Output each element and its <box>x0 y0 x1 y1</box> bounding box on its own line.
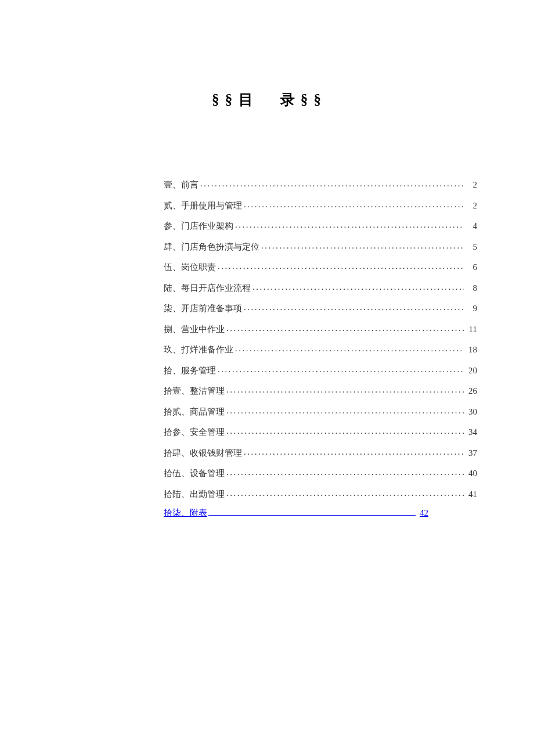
toc-label: 捌、营业中作业 <box>164 325 225 334</box>
toc-leader-dots <box>226 385 464 394</box>
toc-page-number: 20 <box>466 366 477 375</box>
toc-page-number: 2 <box>466 201 477 210</box>
table-of-contents: 壹、前言 2 贰、手册使用与管理 2 参、门店作业架构 4 肆、门店角色扮演与定… <box>164 179 477 528</box>
toc-entry: 壹、前言 2 <box>164 179 477 189</box>
toc-entry: 肆、门店角色扮演与定位 5 <box>164 241 477 251</box>
toc-page-number: 5 <box>466 243 477 251</box>
toc-leader-dots <box>244 303 464 311</box>
toc-entry: 拾参、安全管理 34 <box>164 426 477 437</box>
toc-entry: 贰、手册使用与管理 2 <box>164 200 477 210</box>
toc-entry: 拾壹、整洁管理 26 <box>164 385 477 395</box>
toc-leader-dots <box>226 467 464 476</box>
toc-leader-dots <box>226 426 464 435</box>
toc-page-number: 37 <box>466 449 477 458</box>
toc-entry: 玖、打烊准备作业 18 <box>164 344 477 354</box>
toc-page-number: 2 <box>466 181 477 189</box>
toc-page-number: 26 <box>466 387 477 395</box>
toc-page-number: 6 <box>466 263 477 272</box>
toc-entry: 柒、开店前准备事项 9 <box>164 303 477 313</box>
toc-label: 拾参、安全管理 <box>164 428 225 437</box>
toc-page-number: 8 <box>466 284 477 293</box>
toc-label: 拾伍、设备管理 <box>164 469 225 478</box>
title-part1: 目 <box>239 92 254 107</box>
toc-label: 拾肆、收银钱财管理 <box>164 449 242 458</box>
toc-leader-dots <box>252 282 464 291</box>
toc-label: 壹、前言 <box>164 181 199 189</box>
toc-label: 拾壹、整洁管理 <box>164 387 225 395</box>
toc-leader-dots <box>244 200 464 208</box>
toc-page-number: 34 <box>466 428 477 437</box>
toc-page-number: 30 <box>466 408 477 416</box>
toc-page-number: 40 <box>466 469 477 478</box>
toc-entry: 伍、岗位职责 6 <box>164 261 477 272</box>
toc-entry: 捌、营业中作业 11 <box>164 323 477 334</box>
toc-label: 拾贰、商品管理 <box>164 408 225 416</box>
toc-label: 伍、岗位职责 <box>164 263 216 272</box>
toc-leader-dots <box>235 344 464 352</box>
toc-leader-dots <box>261 241 464 250</box>
toc-leader-dots <box>218 261 464 270</box>
page-title: § § 目录 § § <box>0 0 534 109</box>
title-suffix: § § <box>301 92 322 107</box>
toc-entry: 拾肆、收银钱财管理 37 <box>164 447 477 458</box>
toc-page-number: 9 <box>466 304 477 313</box>
toc-label: 玖、打烊准备作业 <box>164 345 233 354</box>
toc-label: 拾、服务管理 <box>164 366 216 375</box>
toc-page-number: 42 <box>417 509 428 517</box>
title-prefix: § § <box>212 92 233 107</box>
toc-label: 拾陆、出勤管理 <box>164 490 225 499</box>
toc-entry: 拾伍、设备管理 40 <box>164 467 477 478</box>
toc-page-number: 18 <box>466 345 477 354</box>
toc-entry: 拾、服务管理 20 <box>164 365 477 375</box>
toc-label: 参、门店作业架构 <box>164 222 233 231</box>
toc-leader-dots <box>226 323 464 332</box>
toc-label: 肆、门店角色扮演与定位 <box>164 243 259 251</box>
toc-entry: 陆、每日开店作业流程 8 <box>164 282 477 293</box>
toc-entry-link[interactable]: 拾柒、附表 42 <box>164 509 428 517</box>
toc-entry: 拾贰、商品管理 30 <box>164 406 477 416</box>
toc-label: 陆、每日开店作业流程 <box>164 284 251 293</box>
title-part2: 录 <box>280 92 296 107</box>
toc-label: 柒、开店前准备事项 <box>164 304 242 313</box>
toc-leader-dots <box>200 179 464 188</box>
toc-label: 拾柒、附表 <box>164 509 207 517</box>
toc-leader-dots <box>226 488 464 497</box>
toc-leader-dots <box>235 220 464 229</box>
toc-label: 贰、手册使用与管理 <box>164 201 242 210</box>
toc-entry: 拾陆、出勤管理 41 <box>164 488 477 499</box>
toc-leader-dots <box>244 447 464 456</box>
toc-page-number: 4 <box>466 222 477 231</box>
toc-page-number: 11 <box>466 325 477 334</box>
toc-leader-dots <box>226 406 464 415</box>
toc-link-underline <box>208 509 416 516</box>
toc-page-number: 41 <box>466 490 477 499</box>
toc-entry: 参、门店作业架构 4 <box>164 220 477 231</box>
toc-leader-dots <box>218 365 464 373</box>
